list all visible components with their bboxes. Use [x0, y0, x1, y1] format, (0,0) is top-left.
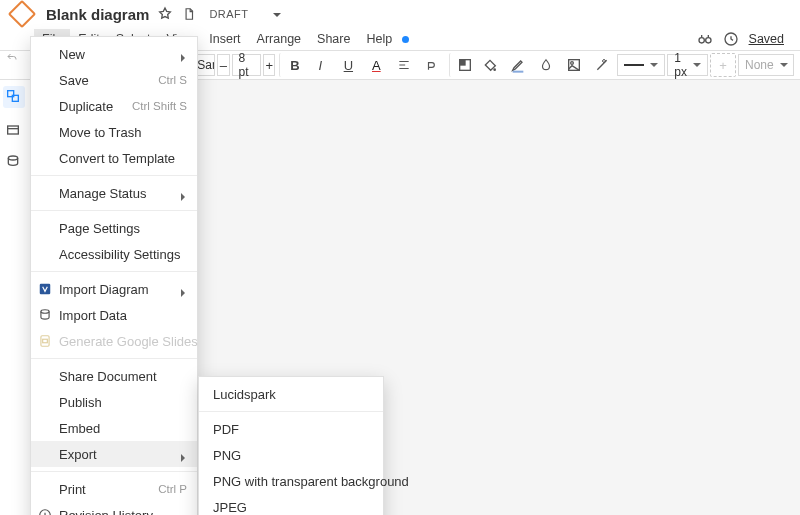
export-png-transparent[interactable]: PNG with transparent background [199, 468, 383, 494]
svg-rect-15 [40, 284, 51, 295]
database-icon [37, 307, 53, 323]
page-icon[interactable] [181, 6, 197, 22]
star-icon[interactable] [157, 6, 173, 22]
file-accessibility-settings[interactable]: Accessibility Settings [31, 241, 197, 267]
file-move-to-trash[interactable]: Move to Trash [31, 119, 197, 145]
bucket-icon[interactable] [477, 53, 503, 77]
bold-button[interactable]: B [279, 53, 305, 77]
svg-rect-4 [460, 60, 465, 65]
svg-point-0 [699, 38, 704, 43]
file-print[interactable]: PrintCtrl P [31, 476, 197, 502]
file-embed[interactable]: Embed [31, 415, 197, 441]
export-lucidspark[interactable]: Lucidspark [199, 381, 383, 407]
file-generate-google-slides: Generate Google Slides [31, 328, 197, 354]
add-line-button[interactable]: + [710, 53, 736, 77]
file-convert-template[interactable]: Convert to Template [31, 145, 197, 171]
history-icon[interactable] [723, 31, 739, 47]
svg-point-7 [571, 62, 574, 65]
underline-button[interactable]: U [335, 53, 361, 77]
file-publish[interactable]: Publish [31, 389, 197, 415]
history-buttons [4, 52, 20, 64]
clock-icon [37, 507, 53, 515]
status-caret-icon[interactable] [257, 7, 281, 22]
find-icon[interactable] [697, 31, 713, 47]
svg-point-1 [705, 38, 710, 43]
svg-point-16 [41, 310, 49, 314]
file-import-diagram[interactable]: Import Diagram [31, 276, 197, 302]
title-bar: Blank diagram DRAFT [0, 0, 800, 28]
menu-insert[interactable]: Insert [201, 29, 248, 49]
fill-color-button[interactable] [449, 53, 475, 77]
notification-dot-icon[interactable] [402, 36, 409, 43]
file-page-settings[interactable]: Page Settings [31, 215, 197, 241]
font-size-input[interactable]: 8 pt [232, 54, 261, 76]
saved-indicator[interactable]: Saved [749, 32, 784, 46]
container-panel-icon[interactable] [5, 122, 23, 140]
svg-rect-11 [8, 126, 19, 134]
export-png[interactable]: PNG [199, 442, 383, 468]
arrow-style-select[interactable]: None [738, 54, 794, 76]
file-export[interactable]: Export [31, 441, 197, 467]
visio-icon [37, 281, 53, 297]
font-size-increase[interactable]: + [263, 54, 275, 76]
file-duplicate[interactable]: DuplicateCtrl Shift S [31, 93, 197, 119]
data-panel-icon[interactable] [5, 154, 23, 172]
document-title[interactable]: Blank diagram [46, 6, 149, 23]
svg-point-5 [494, 68, 497, 71]
line-width-select[interactable]: 1 px [667, 54, 708, 76]
undo-button[interactable] [4, 52, 20, 64]
shapes-panel-icon[interactable] [3, 86, 25, 108]
arrow-style-value: None [745, 58, 774, 72]
text-style-button[interactable] [419, 53, 445, 77]
svg-rect-18 [43, 339, 48, 343]
file-revision-history[interactable]: Revision History… [31, 502, 197, 515]
line-width-value: 1 px [674, 51, 687, 79]
menu-share[interactable]: Share [309, 29, 358, 49]
export-jpeg[interactable]: JPEG [199, 494, 383, 515]
file-new[interactable]: New [31, 41, 197, 67]
export-pdf[interactable]: PDF [199, 416, 383, 442]
magic-icon[interactable] [589, 53, 615, 77]
highlight-icon[interactable] [505, 53, 531, 77]
left-rail [0, 80, 28, 172]
brand-icon [8, 0, 36, 28]
image-icon[interactable] [561, 53, 587, 77]
italic-button[interactable]: I [307, 53, 333, 77]
menu-help[interactable]: Help [358, 29, 400, 49]
file-share-document[interactable]: Share Document [31, 363, 197, 389]
menu-arrange[interactable]: Arrange [249, 29, 309, 49]
align-button[interactable] [391, 53, 417, 77]
file-menu: New SaveCtrl S DuplicateCtrl Shift S Mov… [30, 36, 198, 515]
file-manage-status[interactable]: Manage Status [31, 180, 197, 206]
opacity-icon[interactable] [533, 53, 559, 77]
status-label[interactable]: DRAFT [209, 8, 248, 20]
slides-icon [37, 333, 53, 349]
line-style-select[interactable] [617, 54, 665, 76]
export-submenu: Lucidspark PDF PNG PNG with transparent … [198, 376, 384, 515]
file-save[interactable]: SaveCtrl S [31, 67, 197, 93]
svg-point-12 [8, 156, 17, 160]
text-color-button[interactable]: A [363, 53, 389, 77]
file-import-data[interactable]: Import Data [31, 302, 197, 328]
font-size-decrease[interactable]: – [217, 54, 229, 76]
